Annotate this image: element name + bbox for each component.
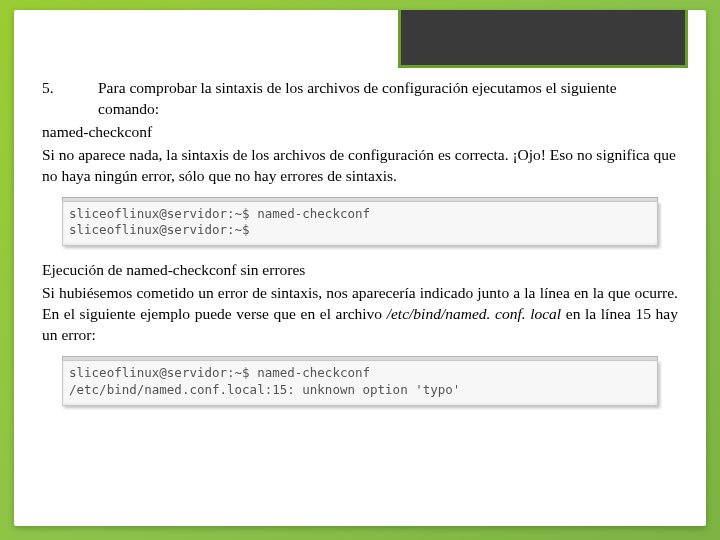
terminal-screenshot-2: sliceoflinux@servidor:~$ named-checkconf… [62,356,658,406]
title-corner-box [398,10,688,68]
terminal-screenshot-1: sliceoflinux@servidor:~$ named-checkconf… [62,197,658,247]
slide-content: 5. Para comprobar la sintaxis de los arc… [14,10,706,440]
step-intro-text: Para comprobar la sintaxis de los archiv… [98,78,678,120]
slide-frame: 5. Para comprobar la sintaxis de los arc… [14,10,706,526]
error-paragraph: Si hubiésemos cometido un error de sinta… [42,283,678,346]
terminal-line: sliceoflinux@servidor:~$ [69,222,651,239]
step-row: 5. Para comprobar la sintaxis de los arc… [42,78,678,120]
terminal-line: sliceoflinux@servidor:~$ named-checkconf [69,206,651,223]
file-path: /etc/bind/named. conf. local [387,305,562,322]
terminal-body: sliceoflinux@servidor:~$ named-checkconf… [62,201,658,247]
terminal-body: sliceoflinux@servidor:~$ named-checkconf… [62,360,658,406]
terminal-line: sliceoflinux@servidor:~$ named-checkconf [69,365,651,382]
explanation-paragraph: Si no aparece nada, la sintaxis de los a… [42,145,678,187]
figure-caption: Ejecución de named-checkconf sin errores [42,260,678,281]
command-line: named-checkconf [42,122,678,143]
terminal-line: /etc/bind/named.conf.local:15: unknown o… [69,382,651,399]
step-number: 5. [42,78,98,120]
